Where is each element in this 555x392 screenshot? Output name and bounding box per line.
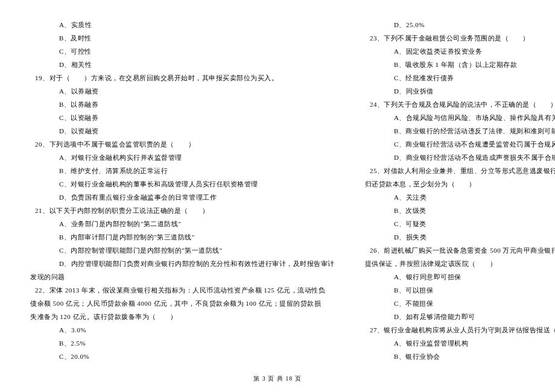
q23-opt-d: D、同业拆借 [365, 84, 555, 98]
q21-stem: 21、以下关于内部控制的职责分工说法正确的是（ ） [30, 204, 335, 217]
q22-opt-c: C、20.0% [30, 350, 335, 363]
q24-opt-d: D、商业银行经营活动不合规造成声誉损失不属于合规风险 [365, 151, 555, 164]
q20-opt-d: D、负责国有重点银行业金融监事会的日常管理工作 [30, 191, 335, 204]
q25-opt-c: C、可疑类 [365, 217, 555, 230]
q21-opt-a: A、业务部门是内部控制的"第二道防线" [30, 217, 335, 230]
q25-stem: 25、对借款人利用企业兼并、重组、分立等形式恶意逃废银行债务的授信余额，如没有逾… [365, 164, 555, 177]
q20-opt-a: A、对银行业金融机构实行并表监督管理 [30, 151, 335, 164]
q27-stem: 27、银行业金融机构应将从业人员行为守则及评估报告报送（ ） [365, 323, 555, 337]
q26-opt-c: C、不能担保 [365, 297, 555, 310]
q26-opt-b: B、可以担保 [365, 283, 555, 297]
q25-opt-a: A、关注类 [365, 191, 555, 204]
q22-cont-b: 失准备为 120 亿元。该行贷款拨备率为（ ） [30, 310, 335, 323]
q19-opt-a: A、以券融资 [30, 84, 335, 98]
q26-opt-a: A、银行同意即可担保 [365, 270, 555, 283]
left-column: A、实质性 B、及时性 C、可控性 D、相关性 19、对于（ ）方来说，在交易所… [30, 18, 335, 362]
q27-opt-a: A、银行业监督管理机构 [365, 337, 555, 350]
q21-cont: 发现的问题 [30, 270, 335, 283]
q19-opt-d: D、以资融资 [30, 124, 335, 138]
q25-cont: 归还贷款本息，至少划分为（ ） [365, 177, 555, 191]
page-footer: 第 3 页 共 18 页 [0, 375, 555, 383]
q24-opt-a: A、合规风险与信用风险、市场风险、操作风险具有关联性 [365, 111, 555, 124]
q25-opt-d: D、损失类 [365, 230, 555, 244]
q26-opt-d: D、如有足够清偿能力即可 [365, 310, 555, 323]
q19-opt-b: B、以券融券 [30, 98, 335, 111]
q19-opt-c: C、以资融券 [30, 111, 335, 124]
q23-opt-c: C、经批准发行债券 [365, 71, 555, 84]
q22-opt-d: D、25.0% [365, 18, 555, 31]
q27-opt-b: B、银行业协会 [365, 350, 555, 363]
q20-opt-c: C、对银行业金融机构的董事长和高级管理人员实行任职资格管理 [30, 177, 335, 191]
q22-cont-a: 债余额 500 亿元；人民币贷款余额 4000 亿元，其中，不良贷款余额为 10… [30, 297, 335, 310]
q21-opt-b: B、内部审计部门是内部控制的"第三道防线" [30, 230, 335, 244]
q22-stem: 22、宋体 2013 年末，假设某商业银行相关指标为：人民币流动性资产余额 12… [30, 283, 335, 297]
q22-opt-b: B、2.5% [30, 337, 335, 350]
q25-opt-b: B、次级类 [365, 204, 555, 217]
q18-opt-b: B、及时性 [30, 31, 335, 45]
q18-opt-c: C、可控性 [30, 45, 335, 58]
right-column: D、25.0% 23、下列不属于金融租赁公司业务范围的是（ ） A、固定收益类证… [365, 18, 555, 362]
q23-stem: 23、下列不属于金融租赁公司业务范围的是（ ） [365, 31, 555, 45]
q18-opt-d: D、相关性 [30, 58, 335, 71]
q24-opt-b: B、商业银行的经营活动违反了法律、规则和准则可能遭受合规风险 [365, 124, 555, 138]
q24-stem: 24、下列关于合规及合规风险的说法中，不正确的是（ ） [365, 98, 555, 111]
q21-opt-c: C、内部控制管理职能部门是内部控制的"第一道防线" [30, 244, 335, 257]
q21-opt-d: D、内控管理职能部门负责对商业银行内部控制的充分性和有效性进行审计，及时报告审计 [30, 257, 335, 270]
q23-opt-a: A、固定收益类证券投资业务 [365, 45, 555, 58]
q20-opt-b: B、维护支付、清算系统的正常运行 [30, 164, 335, 177]
q26-stem: 26、前进机械厂购买一批设备急需资金 500 万元向甲商业银行申请贷款，并请市第… [365, 244, 555, 257]
q19-stem: 19、对于（ ）方来说，在交易所回购交易开始时，其申报买卖部位为买入。 [30, 71, 335, 84]
q20-stem: 20、下列选项中不属于银监会监管职责的是（ ） [30, 138, 335, 151]
q24-opt-c: C、商业银行经营活动不合规遭受监管处罚属于合规风险 [365, 138, 555, 151]
q26-cont: 提供保证，并按照法律规定该医院（ ） [365, 257, 555, 270]
q23-opt-b: B、吸收股东 1 年期（含）以上定期存款 [365, 58, 555, 71]
q18-opt-a: A、实质性 [30, 18, 335, 31]
q22-opt-a: A、3.0% [30, 323, 335, 337]
